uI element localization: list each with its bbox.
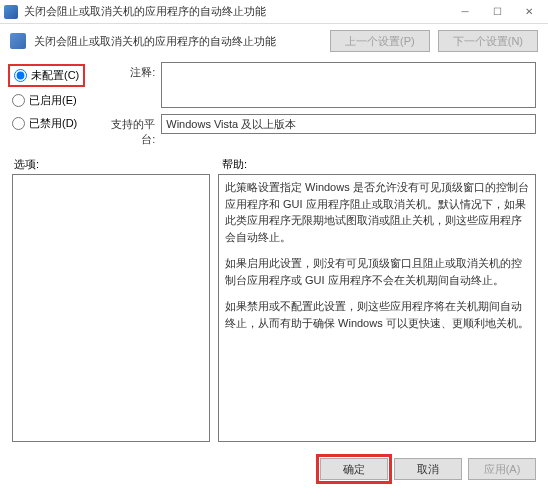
ok-button[interactable]: 确定 bbox=[320, 458, 388, 480]
header-row: 关闭会阻止或取消关机的应用程序的自动终止功能 上一个设置(P) 下一个设置(N) bbox=[0, 24, 548, 58]
window-controls: ─ ☐ ✕ bbox=[450, 2, 544, 22]
comment-line: 注释: bbox=[99, 62, 536, 108]
help-text: 此策略设置指定 Windows 是否允许没有可见顶级窗口的控制台应用程序和 GU… bbox=[225, 179, 529, 245]
panels: 此策略设置指定 Windows 是否允许没有可见顶级窗口的控制台应用程序和 GU… bbox=[12, 174, 536, 442]
comment-input[interactable] bbox=[161, 62, 536, 108]
options-panel bbox=[12, 174, 210, 442]
radio-enabled-label: 已启用(E) bbox=[29, 93, 77, 108]
close-button[interactable]: ✕ bbox=[514, 2, 544, 22]
policy-title: 关闭会阻止或取消关机的应用程序的自动终止功能 bbox=[34, 34, 322, 49]
help-panel: 此策略设置指定 Windows 是否允许没有可见顶级窗口的控制台应用程序和 GU… bbox=[218, 174, 536, 442]
platform-line: 支持的平台: Windows Vista 及以上版本 bbox=[99, 114, 536, 147]
radio-unconfigured[interactable]: 未配置(C) bbox=[8, 64, 85, 87]
radio-enabled-input[interactable] bbox=[12, 94, 25, 107]
app-icon bbox=[4, 5, 18, 19]
platform-value: Windows Vista 及以上版本 bbox=[161, 114, 536, 134]
comment-label: 注释: bbox=[99, 62, 155, 80]
radio-disabled-label: 已禁用(D) bbox=[29, 116, 77, 131]
footer: 确定 取消 应用(A) bbox=[0, 450, 548, 488]
config-row: 未配置(C) 已启用(E) 已禁用(D) 注释: 支持的平台: Windows … bbox=[12, 62, 536, 147]
help-text: 如果禁用或不配置此设置，则这些应用程序将在关机期间自动终止，从而有助于确保 Wi… bbox=[225, 298, 529, 331]
radio-disabled[interactable]: 已禁用(D) bbox=[12, 116, 81, 131]
help-text: 如果启用此设置，则没有可见顶级窗口且阻止或取消关机的控制台应用程序或 GUI 应… bbox=[225, 255, 529, 288]
form-column: 注释: 支持的平台: Windows Vista 及以上版本 bbox=[99, 62, 536, 147]
titlebar: 关闭会阻止或取消关机的应用程序的自动终止功能 ─ ☐ ✕ bbox=[0, 0, 548, 24]
radio-unconfigured-input[interactable] bbox=[14, 69, 27, 82]
policy-icon bbox=[10, 33, 26, 49]
previous-setting-button[interactable]: 上一个设置(P) bbox=[330, 30, 430, 52]
radio-unconfigured-label: 未配置(C) bbox=[31, 68, 79, 83]
maximize-button[interactable]: ☐ bbox=[482, 2, 512, 22]
platform-label: 支持的平台: bbox=[99, 114, 155, 147]
cancel-button[interactable]: 取消 bbox=[394, 458, 462, 480]
options-label: 选项: bbox=[14, 157, 214, 172]
help-label: 帮助: bbox=[214, 157, 534, 172]
minimize-button[interactable]: ─ bbox=[450, 2, 480, 22]
radio-disabled-input[interactable] bbox=[12, 117, 25, 130]
section-labels: 选项: 帮助: bbox=[12, 157, 536, 172]
apply-button[interactable]: 应用(A) bbox=[468, 458, 536, 480]
next-setting-button[interactable]: 下一个设置(N) bbox=[438, 30, 538, 52]
window-title: 关闭会阻止或取消关机的应用程序的自动终止功能 bbox=[24, 4, 450, 19]
radio-group: 未配置(C) 已启用(E) 已禁用(D) bbox=[12, 62, 81, 131]
radio-enabled[interactable]: 已启用(E) bbox=[12, 93, 81, 108]
